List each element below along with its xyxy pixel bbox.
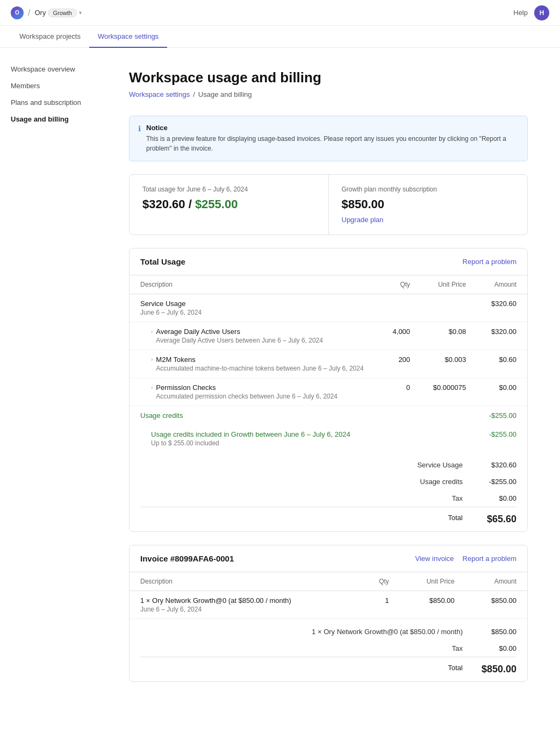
line-item-amount-2: $0.00 [477, 378, 527, 406]
line-item-amount-0: $320.00 [477, 322, 527, 350]
col-amount: Amount [477, 275, 527, 294]
sidebar-item-workspace-overview[interactable]: Workspace overview [0, 61, 107, 77]
line-item-row-0: › Average Daily Active Users Average Dai… [130, 322, 527, 350]
expand-icon-0[interactable]: › [151, 329, 153, 335]
usage-card: Total usage for June 6 – July 6, 2024 $3… [130, 175, 328, 234]
invoice-actions: View invoice Report a problem [415, 555, 516, 563]
top-nav: O / Ory Growth ▾ Help H [0, 0, 560, 26]
line-item-qty-1: 200 [381, 350, 421, 378]
usage-card-label: Total usage for June 6 – July 6, 2024 [142, 186, 315, 193]
notice-title: Notice [146, 124, 519, 132]
report-problem-link-usage[interactable]: Report a problem [463, 258, 516, 266]
nav-separator: / [28, 8, 30, 18]
subscription-card-label: Growth plan monthly subscription [342, 186, 515, 193]
plan-badge: Growth [48, 9, 76, 17]
credits-sub-row: Usage credits included in Growth between… [130, 425, 527, 452]
credits-label: Usage credits [130, 406, 381, 425]
expand-icon-2[interactable]: › [151, 385, 153, 390]
avatar[interactable]: H [534, 5, 549, 20]
workspace-name-text: Ory [34, 9, 46, 17]
line-item-row-2: › Permission Checks Accumulated permissi… [130, 378, 527, 406]
line-item-desc-1: › M2M Tokens Accumulated machine-to-mach… [130, 350, 381, 378]
usage-value-sep: / [185, 197, 195, 211]
tab-workspace-settings[interactable]: Workspace settings [89, 26, 167, 48]
invoice-line-row-0: 1 × Ory Network Growth@0 (at $850.00 / m… [130, 591, 527, 619]
service-usage-amount: $320.60 [477, 294, 527, 322]
breadcrumb-separator: / [193, 90, 195, 98]
line-item-price-1: $0.003 [421, 350, 477, 378]
summary-cards: Total usage for June 6 – July 6, 2024 $3… [129, 174, 528, 235]
sidebar-item-plans-subscription[interactable]: Plans and subscription [0, 94, 107, 111]
col-unit-price: Unit Price [421, 275, 477, 294]
total-usage-header: Total Usage Report a problem [130, 248, 527, 275]
upgrade-plan-link[interactable]: Upgrade plan [342, 216, 515, 224]
main-layout: Workspace overview Members Plans and sub… [0, 48, 560, 728]
invoice-summary-row-0: 1 × Ory Network Growth@0 (at $850.00 / m… [130, 623, 527, 640]
summary-row-2: Tax $0.00 [130, 490, 527, 507]
breadcrumb: Workspace settings / Usage and billing [129, 90, 528, 98]
tab-workspace-projects[interactable]: Workspace projects [11, 26, 89, 48]
col-description: Description [130, 275, 381, 294]
total-usage-title: Total Usage [140, 257, 185, 266]
service-usage-desc: Service Usage June 6 – July 6, 2024 [130, 294, 381, 322]
invoice-total-row: Total $850.00 [130, 657, 527, 681]
chevron-down-icon: ▾ [79, 10, 82, 16]
line-item-price-2: $0.000075 [421, 378, 477, 406]
usage-value-main: $320.60 [142, 197, 185, 211]
expand-icon-1[interactable]: › [151, 357, 153, 363]
invoice-summary: 1 × Ory Network Growth@0 (at $850.00 / m… [130, 623, 527, 681]
main-content: Workspace usage and billing Workspace se… [107, 48, 560, 728]
sidebar-item-members[interactable]: Members [0, 77, 107, 94]
subscription-card: Growth plan monthly subscription $850.00… [328, 175, 528, 234]
service-usage-row: Service Usage June 6 – July 6, 2024 $320… [130, 294, 527, 322]
notice-text: This is a preview feature for displaying… [146, 134, 519, 153]
total-usage-table: Description Qty Unit Price Amount Servic… [130, 275, 527, 452]
line-item-qty-2: 0 [381, 378, 421, 406]
col-qty: Qty [381, 275, 421, 294]
line-item-price-0: $0.08 [421, 322, 477, 350]
line-item-amount-1: $0.60 [477, 350, 527, 378]
subscription-card-value: $850.00 [342, 197, 515, 211]
invoice-col-qty: Qty [358, 572, 400, 591]
workspace-selector[interactable]: Ory Growth ▾ [34, 9, 81, 17]
invoice-line-desc-0: 1 × Ory Network Growth@0 (at $850.00 / m… [130, 591, 358, 619]
total-row: Total $65.60 [130, 507, 527, 531]
invoice-col-description: Description [130, 572, 358, 591]
credits-amount: -$255.00 [477, 406, 527, 425]
service-usage-unit [421, 294, 477, 322]
breadcrumb-current: Usage and billing [198, 90, 252, 98]
report-problem-link-invoice[interactable]: Report a problem [463, 555, 516, 563]
invoice-line-amount-0: $850.00 [465, 591, 527, 619]
invoice-summary-row-1: Tax $0.00 [130, 640, 527, 657]
invoice-col-amount: Amount [465, 572, 527, 591]
nav-left: O / Ory Growth ▾ [11, 6, 82, 19]
credits-sub-amount: -$255.00 [477, 425, 527, 452]
usage-value-credit: $255.00 [195, 197, 238, 211]
view-invoice-link[interactable]: View invoice [415, 555, 454, 563]
invoice-line-price-0: $850.00 [400, 591, 465, 619]
nav-right: Help H [513, 5, 549, 20]
invoice-header: Invoice #8099AFA6-0001 View invoice Repo… [130, 545, 527, 572]
invoice-table: Description Qty Unit Price Amount 1 × Or… [130, 572, 527, 619]
sidebar-item-usage-billing[interactable]: Usage and billing [0, 111, 107, 127]
service-usage-qty [381, 294, 421, 322]
usage-card-value: $320.60 / $255.00 [142, 197, 315, 211]
usage-summary: Service Usage $320.60 Usage credits -$25… [130, 457, 527, 531]
line-item-qty-0: 4,000 [381, 322, 421, 350]
line-item-desc-0: › Average Daily Active Users Average Dai… [130, 322, 381, 350]
credits-sub-desc: Usage credits included in Growth between… [130, 425, 381, 452]
breadcrumb-link[interactable]: Workspace settings [129, 90, 190, 98]
tab-bar: Workspace projects Workspace settings [0, 26, 560, 48]
total-usage-section: Total Usage Report a problem Description… [129, 248, 528, 532]
line-item-row-1: › M2M Tokens Accumulated machine-to-mach… [130, 350, 527, 378]
line-item-desc-2: › Permission Checks Accumulated permissi… [130, 378, 381, 406]
notice-box: ℹ Notice This is a preview feature for d… [129, 116, 528, 161]
invoice-col-unit-price: Unit Price [400, 572, 465, 591]
invoice-section: Invoice #8099AFA6-0001 View invoice Repo… [129, 545, 528, 682]
help-link[interactable]: Help [513, 9, 528, 17]
notice-content: Notice This is a preview feature for dis… [146, 124, 519, 153]
invoice-id: Invoice #8099AFA6-0001 [140, 554, 234, 563]
summary-row-1: Usage credits -$255.00 [130, 473, 527, 490]
invoice-line-qty-0: 1 [358, 591, 400, 619]
info-icon: ℹ [138, 124, 141, 133]
